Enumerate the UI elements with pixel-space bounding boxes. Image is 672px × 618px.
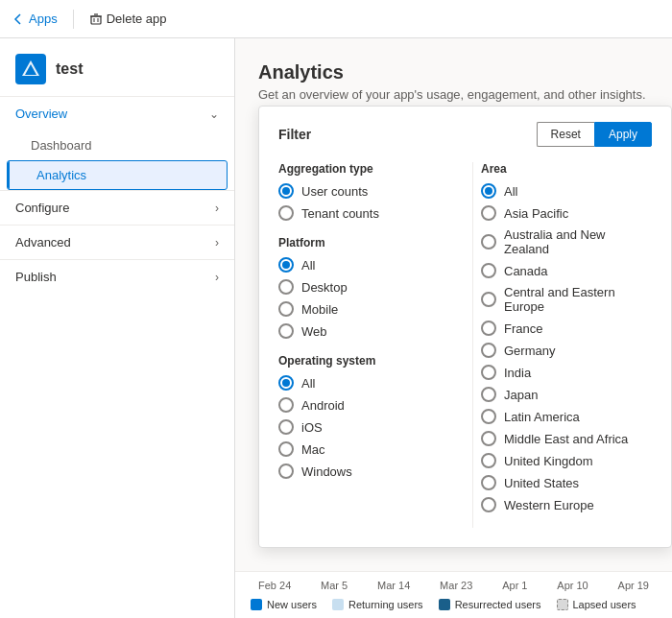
radio-area-latin-america-label: Latin America — [504, 410, 580, 424]
apply-button[interactable]: Apply — [594, 122, 652, 147]
legend-resurrected-label: Resurrected users — [455, 599, 541, 610]
radio-platform-desktop[interactable]: Desktop — [278, 279, 449, 295]
legend-new-users-label: New users — [267, 599, 317, 610]
chart-bottom: Feb 24 Mar 5 Mar 14 Mar 23 Apr 1 Apr 10 … — [235, 571, 672, 618]
radio-area-canada[interactable]: Canada — [481, 263, 652, 278]
nav-publish-label: Publish — [15, 270, 57, 284]
radio-os-ios-label: iOS — [301, 420, 323, 435]
chart-date-4: Apr 1 — [502, 580, 527, 591]
radio-area-asia-pacific-circle — [481, 205, 496, 221]
filter-right-column: Area All Asia Pacific Australia and New … — [472, 162, 652, 528]
radio-area-uk[interactable]: United Kingdom — [481, 453, 652, 468]
chart-date-6: Apr 19 — [618, 580, 649, 591]
radio-area-australia-label: Australia and New Zealand — [504, 227, 652, 256]
chart-date-1: Mar 5 — [321, 580, 348, 591]
chart-date-5: Apr 10 — [557, 580, 588, 591]
chevron-down-icon: ⌄ — [209, 107, 219, 121]
legend-returning-label: Returning users — [348, 599, 423, 610]
reset-button[interactable]: Reset — [537, 122, 594, 147]
chart-date-3: Mar 23 — [440, 580, 472, 591]
radio-os-all[interactable]: All — [278, 375, 449, 391]
radio-area-japan[interactable]: Japan — [481, 387, 652, 402]
radio-os-ios[interactable]: iOS — [278, 419, 449, 435]
radio-area-western-europe[interactable]: Western Europe — [481, 497, 652, 512]
nav-sub-item-analytics[interactable]: Analytics — [8, 161, 227, 189]
app-header: test — [0, 38, 234, 96]
radio-platform-all-circle — [278, 257, 294, 273]
radio-area-india[interactable]: India — [481, 365, 652, 380]
radio-area-france[interactable]: France — [481, 321, 652, 336]
nav-publish-section: Publish › — [0, 259, 234, 294]
radio-os-windows[interactable]: Windows — [278, 464, 449, 479]
radio-os-mac[interactable]: Mac — [278, 441, 449, 457]
radio-area-germany-circle — [481, 343, 496, 358]
os-section: Operating system All Android iOS — [278, 354, 449, 479]
radio-area-cee[interactable]: Central and Eastern Europe — [481, 285, 652, 314]
delete-app-button[interactable]: Delete app — [89, 12, 167, 26]
radio-platform-web[interactable]: Web — [278, 323, 449, 339]
legend-new-users-dot — [251, 599, 262, 610]
legend-returning-users: Returning users — [332, 599, 423, 610]
legend-resurrected-users: Resurrected users — [439, 599, 541, 610]
radio-user-counts-label: User counts — [301, 184, 368, 199]
radio-platform-desktop-circle — [278, 279, 294, 295]
radio-area-india-circle — [481, 365, 496, 380]
radio-os-mac-circle — [278, 441, 294, 457]
radio-area-us-circle — [481, 475, 496, 490]
back-label: Apps — [29, 12, 58, 26]
delete-label: Delete app — [107, 12, 167, 26]
chart-date-2: Mar 14 — [377, 580, 410, 591]
radio-os-windows-circle — [278, 464, 294, 479]
radio-area-mea-circle — [481, 431, 496, 446]
radio-area-cee-circle — [481, 292, 496, 307]
chart-dates: Feb 24 Mar 5 Mar 14 Mar 23 Apr 1 Apr 10 … — [251, 580, 657, 591]
radio-tenant-counts-label: Tenant counts — [301, 206, 379, 221]
app-name: test — [56, 60, 83, 78]
radio-tenant-counts[interactable]: Tenant counts — [278, 205, 449, 221]
radio-area-uk-circle — [481, 453, 496, 468]
nav-item-advanced[interactable]: Advanced › — [0, 226, 234, 259]
radio-area-germany-label: Germany — [504, 344, 555, 358]
radio-area-us[interactable]: United States — [481, 475, 652, 490]
radio-os-android[interactable]: Android — [278, 397, 449, 413]
platform-section: Platform All Desktop Mobile — [278, 236, 449, 339]
svg-rect-0 — [91, 16, 101, 24]
radio-area-france-label: France — [504, 321, 542, 336]
nav-item-configure[interactable]: Configure › — [0, 191, 234, 225]
radio-area-india-label: India — [504, 366, 531, 380]
nav-item-overview[interactable]: Overview ⌄ — [0, 97, 234, 131]
radio-area-latin-america-circle — [481, 409, 496, 424]
radio-platform-mobile[interactable]: Mobile — [278, 301, 449, 317]
nav-sub-item-dashboard[interactable]: Dashboard — [0, 131, 234, 160]
radio-area-japan-label: Japan — [504, 388, 538, 402]
radio-area-mea-label: Middle East and Africa — [504, 432, 628, 446]
radio-area-mea[interactable]: Middle East and Africa — [481, 431, 652, 446]
radio-user-counts[interactable]: User counts — [278, 183, 449, 199]
nav-advanced-section: Advanced › — [0, 225, 234, 259]
chevron-right-icon-advanced: › — [215, 236, 219, 250]
filter-columns: Aggregation type User counts Tenant coun… — [278, 162, 652, 528]
radio-area-all-label: All — [504, 184, 517, 199]
radio-area-canada-label: Canada — [504, 264, 548, 278]
radio-os-android-label: Android — [301, 398, 345, 413]
radio-area-canada-circle — [481, 263, 496, 278]
nav-item-publish[interactable]: Publish › — [0, 260, 234, 294]
radio-area-all[interactable]: All — [481, 183, 652, 199]
aggregation-section: Aggregation type User counts Tenant coun… — [278, 162, 449, 221]
page-subtitle: Get an overview of your app's usage, eng… — [258, 87, 649, 102]
radio-area-asia-pacific[interactable]: Asia Pacific — [481, 205, 652, 221]
nav-configure-label: Configure — [15, 201, 69, 215]
legend-lapsed-users: Lapsed users — [557, 599, 636, 610]
radio-platform-all-label: All — [301, 258, 315, 273]
app-icon — [15, 54, 46, 84]
os-title: Operating system — [278, 354, 449, 368]
back-to-apps[interactable]: Apps — [12, 12, 58, 26]
chart-date-0: Feb 24 — [258, 580, 291, 591]
radio-area-germany[interactable]: Germany — [481, 343, 652, 358]
radio-area-latin-america[interactable]: Latin America — [481, 409, 652, 424]
radio-os-all-label: All — [301, 376, 315, 391]
sidebar: test Overview ⌄ Dashboard Analytics Conf… — [0, 38, 235, 618]
radio-area-australia[interactable]: Australia and New Zealand — [481, 227, 652, 256]
radio-platform-all[interactable]: All — [278, 257, 449, 273]
chevron-left-icon — [12, 12, 25, 26]
